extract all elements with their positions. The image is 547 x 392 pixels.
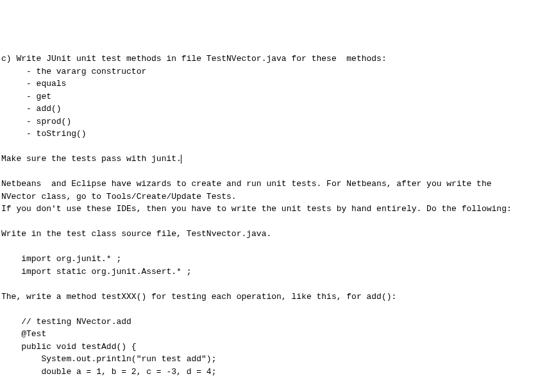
line-4: - get (1, 92, 51, 101)
line-17: import org.junit.* ; (1, 254, 121, 264)
line-5: - add() (1, 104, 62, 114)
line-15: Write in the test class source file, Tes… (1, 229, 271, 239)
line-13: If you don't use these IDEs, then you ha… (1, 204, 512, 214)
line-6: - sprod() (1, 117, 71, 126)
line-23: @Test (1, 329, 46, 339)
line-25: System.out.println("run test add"); (1, 354, 216, 364)
line-2: - the vararg constructor (1, 67, 146, 76)
line-18: import static org.junit.Assert.* ; (1, 267, 191, 277)
line-1: c) Write JUnit unit test methods in file… (1, 54, 387, 64)
text-cursor (181, 155, 181, 164)
line-7: - toString() (1, 129, 87, 139)
line-9: Make sure the tests pass with junit. (1, 154, 181, 164)
line-26: double a = 1, b = 2, c = -3, d = 4; (1, 367, 216, 377)
document-body: c) Write JUnit unit test methods in file… (1, 53, 546, 392)
line-11: Netbeans and Eclipse have wizards to cre… (1, 179, 492, 189)
line-22: // testing NVector.add (1, 317, 131, 327)
line-12: NVector class, go to Tools/Create/Update… (1, 192, 237, 201)
line-20: The, write a method testXXX() for testin… (1, 292, 396, 302)
line-3: - equals (1, 79, 66, 89)
line-24: public void testAdd() { (1, 342, 137, 352)
